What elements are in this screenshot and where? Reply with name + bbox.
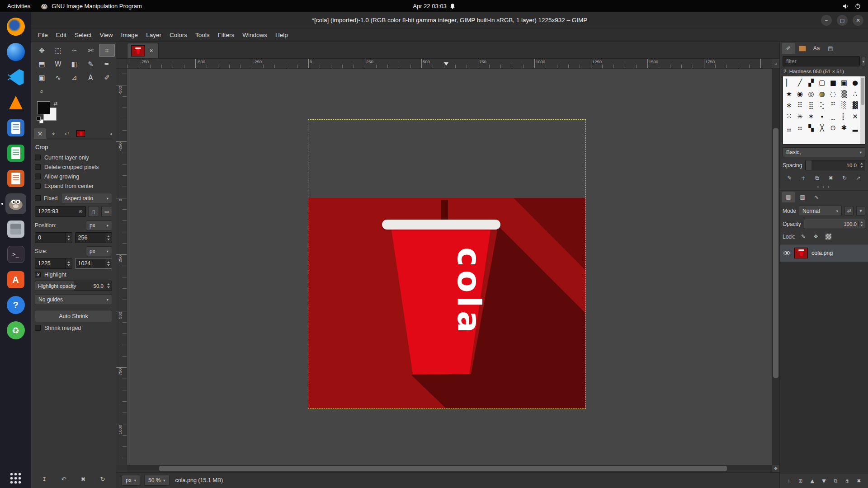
brush-thumbnail[interactable]: ◉ xyxy=(794,88,805,99)
dock-item-gimp[interactable] xyxy=(5,193,26,214)
brush-thumbnail[interactable]: ▚ xyxy=(806,122,816,133)
layer-name[interactable]: cola.png xyxy=(811,250,833,256)
dock-item-blue-sphere[interactable] xyxy=(5,42,26,62)
brush-thumbnail[interactable]: ▞ xyxy=(806,77,816,88)
stepper[interactable] xyxy=(858,163,865,168)
tab-document-history[interactable]: ▤ xyxy=(824,43,837,54)
unified-transform-tool[interactable]: ⬒ xyxy=(34,57,50,70)
dock-item-impress[interactable] xyxy=(5,168,26,189)
tab-device-status[interactable]: ⌖ xyxy=(47,128,60,139)
dock-item-vscode[interactable] xyxy=(5,67,26,88)
duplicate-layer-button[interactable]: ⧉ xyxy=(830,476,840,485)
checkbox-expand-from-center[interactable]: Expand from center xyxy=(33,181,113,191)
close-image-icon[interactable]: ✕ xyxy=(148,47,155,55)
text-tool[interactable]: A xyxy=(83,71,99,84)
layer-visibility-icon[interactable] xyxy=(783,250,791,256)
brush-thumbnail[interactable]: ⠿ xyxy=(794,99,805,111)
stepper[interactable] xyxy=(105,283,112,288)
open-brush-button[interactable]: ↗ xyxy=(853,174,863,183)
vertical-scrollbar-thumb[interactable] xyxy=(773,128,778,378)
menu-layer[interactable]: Layer xyxy=(142,30,165,40)
zoom-tool[interactable]: ⌕ xyxy=(34,84,50,98)
brush-thumbnail[interactable]: ░ xyxy=(839,99,849,111)
brush-thumbnail[interactable]: ▂ xyxy=(849,122,860,133)
clone-tool[interactable]: ▣ xyxy=(34,71,50,84)
image-tab-cola[interactable]: ✕ xyxy=(127,43,159,58)
brush-scrollbar-thumb[interactable] xyxy=(861,78,864,105)
move-tool[interactable]: ✥ xyxy=(34,44,50,57)
brush-thumbnail[interactable]: ⊙ xyxy=(828,122,839,133)
stepper[interactable] xyxy=(858,221,865,226)
refresh-brushes-button[interactable]: ↻ xyxy=(840,174,850,183)
raise-layer-button[interactable]: ▲ xyxy=(807,476,817,485)
landscape-orientation-button[interactable]: ▭ xyxy=(101,206,112,217)
spacing-slider[interactable]: 10.0 xyxy=(805,160,865,170)
swap-colors-icon[interactable]: ⇄ xyxy=(53,101,57,107)
show-applications-button[interactable] xyxy=(5,464,26,484)
window-titlebar[interactable]: *[cola] (imported)-1.0 (RGB color 8-bit … xyxy=(31,12,868,28)
brush-thumbnail[interactable]: ✶ xyxy=(806,111,816,122)
menu-help[interactable]: Help xyxy=(271,30,292,40)
checkbox-shrink-merged[interactable]: Shrink merged xyxy=(33,323,113,333)
checkbox-delete-cropped-pixels[interactable]: Delete cropped pixels xyxy=(33,162,113,172)
layer-row-cola[interactable]: cola.png xyxy=(780,244,868,262)
horizontal-scrollbar-thumb[interactable] xyxy=(159,466,727,471)
lock-pixels-icon[interactable]: ✎ xyxy=(798,232,808,241)
dock-item-vlc[interactable] xyxy=(5,92,26,113)
free-select-tool[interactable]: ∽ xyxy=(66,44,82,57)
vertical-ruler[interactable]: -500-25002505007501000 xyxy=(116,69,127,465)
brush-thumbnail[interactable]: ∗ xyxy=(783,99,794,111)
highlight-opacity-slider[interactable]: Highlight opacity 50.0 xyxy=(35,281,112,291)
menu-image[interactable]: Image xyxy=(117,30,142,40)
brush-scrollbar[interactable] xyxy=(860,76,865,144)
menu-colors[interactable]: Colors xyxy=(165,30,191,40)
checkbox-highlight[interactable]: ✕ Highlight xyxy=(33,270,113,279)
smudge-tool[interactable]: ∿ xyxy=(50,71,66,84)
brush-thumbnail[interactable]: ⠛ xyxy=(828,99,839,111)
tab-paths[interactable]: ∿ xyxy=(810,192,823,202)
crop-tool[interactable]: ⌗ xyxy=(99,44,115,57)
brush-thumbnail[interactable]: ✕ xyxy=(849,111,860,122)
tab-patterns[interactable] xyxy=(796,43,809,54)
menu-filters[interactable]: Filters xyxy=(213,30,238,40)
brush-thumbnail[interactable]: ▒ xyxy=(839,88,849,99)
vertical-scrollbar[interactable] xyxy=(772,69,779,465)
horizontal-scrollbar[interactable] xyxy=(127,465,772,472)
auto-shrink-button[interactable]: Auto Shrink xyxy=(35,310,112,322)
tab-brushes[interactable]: ✐ xyxy=(782,43,795,54)
brush-filter-input[interactable] xyxy=(783,56,860,66)
menu-view[interactable]: View xyxy=(96,30,117,40)
delete-layer-button[interactable]: ✖ xyxy=(854,476,864,485)
fixed-checkbox[interactable] xyxy=(35,195,41,201)
measure-tool[interactable]: ⊿ xyxy=(66,71,82,84)
checkbox-current-layer-only[interactable]: Current layer only xyxy=(33,153,113,162)
menu-edit[interactable]: Edit xyxy=(52,30,71,40)
brush-thumbnail[interactable]: ✱ xyxy=(839,122,849,133)
color-area[interactable]: ⇄ xyxy=(37,101,69,126)
dock-item-calc[interactable] xyxy=(5,143,26,164)
navigation-preview-button[interactable]: ✥ xyxy=(772,465,779,472)
clear-entry-icon[interactable]: ⊗ xyxy=(79,209,83,215)
minimize-button[interactable]: − xyxy=(821,15,832,26)
paintbrush-tool[interactable]: ✎ xyxy=(83,57,99,70)
canvas-viewport[interactable]: cola xyxy=(127,69,772,465)
tab-tool-options[interactable]: ⚒ xyxy=(34,128,46,139)
stepper[interactable] xyxy=(65,258,72,268)
delete-tool-preset-button[interactable]: ✖ xyxy=(77,474,90,484)
duplicate-brush-button[interactable]: ⧉ xyxy=(812,174,822,183)
maximize-button[interactable]: ▢ xyxy=(837,15,848,26)
brush-thumbnail[interactable]: ⣿ xyxy=(806,99,816,111)
brush-thumbnail[interactable]: ✳ xyxy=(794,111,805,122)
brush-thumbnail[interactable]: ◌ xyxy=(828,88,839,99)
position-y-field[interactable]: 256 xyxy=(75,232,113,243)
brush-thumbnail[interactable]: ╳ xyxy=(816,122,827,133)
dock-item-help[interactable]: ? xyxy=(5,295,26,315)
delete-brush-button[interactable]: ✖ xyxy=(826,174,836,183)
system-status-area[interactable] xyxy=(455,3,868,9)
dock-item-files[interactable] xyxy=(5,219,26,239)
dock-item-firefox[interactable] xyxy=(5,16,26,37)
menu-file[interactable]: File xyxy=(34,30,52,40)
guides-select[interactable]: No guides ▾ xyxy=(35,294,112,305)
position-unit-select[interactable]: px ▾ xyxy=(86,221,112,230)
foreground-color-swatch[interactable] xyxy=(37,101,50,114)
